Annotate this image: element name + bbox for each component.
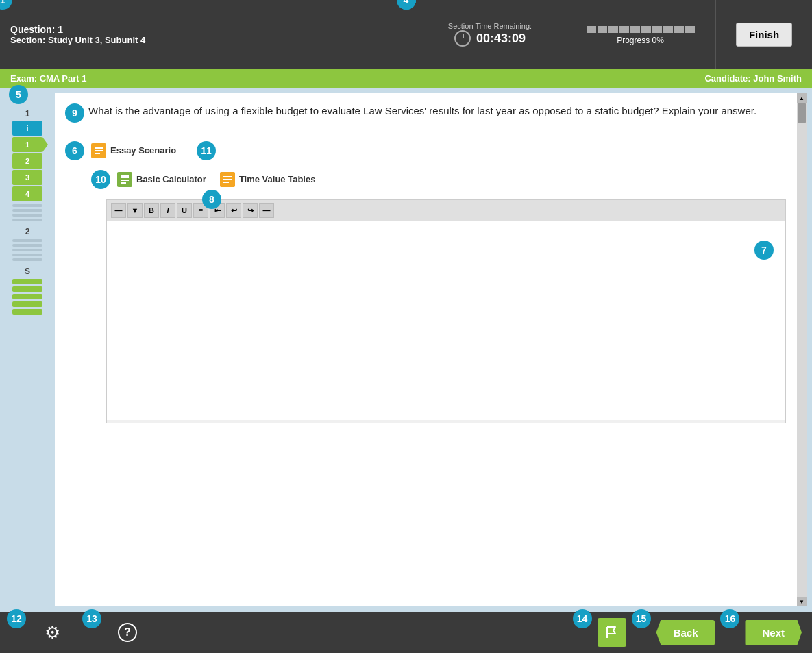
badge-5: 5 xyxy=(9,85,28,104)
sidebar-green-line xyxy=(12,294,42,299)
svg-rect-12 xyxy=(223,176,232,177)
nav-btn-info[interactable]: i xyxy=(12,121,42,136)
time-value-label: Time Value Tables xyxy=(239,174,316,184)
answer-textarea[interactable] xyxy=(107,221,785,420)
nav-btn-3[interactable]: 3 xyxy=(12,170,42,185)
svg-rect-1 xyxy=(95,147,103,149)
flag-button[interactable] xyxy=(598,618,626,647)
progress-block xyxy=(663,26,673,33)
sidebar-line xyxy=(12,239,42,242)
scrollbar[interactable]: ▲ ▼ xyxy=(797,93,807,606)
section-label: Section: Study Unit 3, Subunit 4 xyxy=(10,35,404,45)
badge-15: 15 xyxy=(632,609,651,628)
sidebar: 5 1 i 1 2 3 4 2 xyxy=(0,88,55,612)
header-question-info: 1 Question: 1 Section: Study Unit 3, Sub… xyxy=(0,0,415,69)
badge-6: 6 xyxy=(65,141,84,160)
badge-8: 8 xyxy=(202,190,221,209)
progress-block xyxy=(587,26,596,33)
scroll-thumb[interactable] xyxy=(798,103,806,123)
sidebar-line xyxy=(12,244,42,247)
editor-btn-redo[interactable]: ↪ xyxy=(243,203,258,218)
progress-percent: Progress 0% xyxy=(617,36,664,45)
svg-rect-14 xyxy=(223,182,229,183)
progress-block xyxy=(652,26,662,33)
tools-row: 6 Essay Scenario 11 xyxy=(65,141,786,160)
badge-12: 12 xyxy=(7,609,26,628)
text-editor: — ▼ B I U ≡ ⇤ ↩ ↪ — xyxy=(106,199,786,423)
sidebar-green-line xyxy=(12,279,42,284)
footer: 12 ⚙ 13 ? 14 15 Back 16 Next xyxy=(0,612,812,653)
progress-bar xyxy=(587,26,695,33)
progress-block xyxy=(685,26,695,33)
sidebar-group-1: 5 1 i 1 2 3 4 xyxy=(3,95,51,221)
editor-btn-italic[interactable]: I xyxy=(160,203,175,218)
badge-7: 7 xyxy=(754,241,774,260)
scroll-down-arrow[interactable]: ▼ xyxy=(797,597,807,606)
next-button[interactable]: Next xyxy=(745,620,802,645)
sidebar-group-2: 2 xyxy=(3,227,51,261)
basic-calculator-tool[interactable]: Basic Calculator xyxy=(117,172,206,187)
editor-btn-bold[interactable]: B xyxy=(144,203,159,218)
scroll-track xyxy=(797,103,807,597)
footer-divider xyxy=(75,620,75,645)
exam-title: Exam: CMA Part 1 xyxy=(10,73,87,84)
calc-row: 10 Basic Calculator xyxy=(91,170,786,189)
nav-btn-1[interactable]: 1 xyxy=(12,137,42,152)
time-value-icon xyxy=(220,172,235,187)
svg-rect-9 xyxy=(121,182,123,184)
svg-rect-7 xyxy=(123,180,126,181)
sidebar-green-line xyxy=(12,301,42,307)
header-timer: 2 Section Time Remaining: 00:43:09 xyxy=(415,0,565,69)
sidebar-lines-2 xyxy=(12,239,42,261)
editor-btn-clear[interactable]: — xyxy=(259,203,274,218)
exam-bar: Exam: CMA Part 1 Candidate: John Smith xyxy=(0,69,812,88)
sidebar-line xyxy=(12,209,42,212)
progress-block xyxy=(630,26,640,33)
header-finish: 4 Finish xyxy=(716,0,812,69)
sidebar-green-line xyxy=(12,309,42,315)
badge-14: 14 xyxy=(573,609,592,628)
badge-11: 11 xyxy=(197,141,216,160)
time-value-tool[interactable]: Time Value Tables xyxy=(220,172,316,187)
editor-btn-underline[interactable]: U xyxy=(177,203,192,218)
settings-button[interactable]: ⚙ xyxy=(40,620,64,645)
badge-13: 13 xyxy=(82,609,101,628)
svg-rect-13 xyxy=(223,179,232,180)
sidebar-line xyxy=(12,214,42,217)
finish-button[interactable]: Finish xyxy=(736,23,792,47)
clock-icon xyxy=(454,30,471,47)
sidebar-line xyxy=(12,258,42,261)
progress-block xyxy=(641,26,651,33)
question-area: 9 What is the advantage of using a flexi… xyxy=(55,93,807,606)
svg-rect-2 xyxy=(95,150,103,151)
essay-scenario-icon xyxy=(91,143,106,158)
help-button[interactable]: ? xyxy=(115,620,140,645)
sidebar-line xyxy=(12,249,42,251)
editor-btn-dash[interactable]: — xyxy=(111,203,126,218)
candidate-name: Candidate: John Smith xyxy=(704,73,802,84)
nav-btn-2[interactable]: 2 xyxy=(12,153,42,169)
editor-btn-dropdown[interactable]: ▼ xyxy=(127,203,143,218)
svg-rect-6 xyxy=(121,180,123,181)
sidebar-green-line xyxy=(12,286,42,292)
question-header: 9 What is the advantage of using a flexi… xyxy=(65,103,786,133)
essay-scenario-tool[interactable]: Essay Scenario xyxy=(91,143,176,158)
header-progress: 3 Progress 0% xyxy=(565,0,716,69)
group1-label: 1 xyxy=(25,107,30,119)
sidebar-line xyxy=(12,219,42,221)
essay-scenario-label: Essay Scenario xyxy=(110,145,176,156)
editor-btn-undo[interactable]: ↩ xyxy=(226,203,241,218)
main-content: 5 1 i 1 2 3 4 2 xyxy=(0,88,812,612)
back-button[interactable]: Back xyxy=(656,620,715,645)
sidebar-line xyxy=(12,204,42,207)
scroll-up-arrow[interactable]: ▲ xyxy=(797,93,807,103)
progress-block xyxy=(674,26,684,33)
header: 1 Question: 1 Section: Study Unit 3, Sub… xyxy=(0,0,812,69)
group2-label: 2 xyxy=(25,227,30,236)
svg-rect-10 xyxy=(123,182,126,184)
badge-10: 10 xyxy=(91,170,110,189)
calculator-icon xyxy=(117,172,132,187)
basic-calculator-label: Basic Calculator xyxy=(136,174,206,184)
progress-block xyxy=(598,26,607,33)
nav-btn-4[interactable]: 4 xyxy=(12,186,42,201)
